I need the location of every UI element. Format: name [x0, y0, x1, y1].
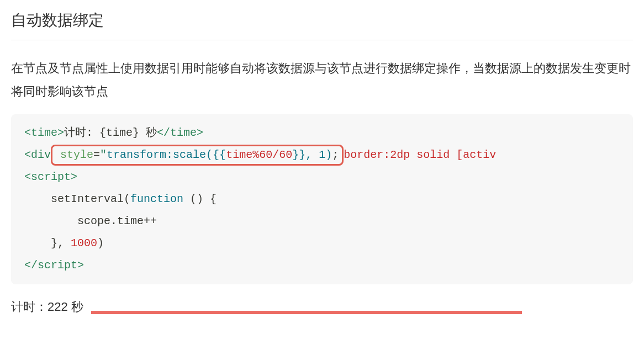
code-interval: 1000 [71, 237, 97, 250]
code-expr: time%60/60 [226, 149, 292, 161]
code-expr-close: }} [292, 149, 305, 161]
code-close-brace: }, [51, 237, 71, 250]
code-indent [24, 193, 51, 205]
timer-label: 计时：222 秒 [11, 299, 83, 315]
code-close-paren: ) [97, 237, 104, 250]
code-function-kw: function [130, 193, 183, 205]
section-description: 在节点及节点属性上使用数据引用时能够自动将该数据源与该节点进行数据绑定操作，当数… [11, 57, 633, 103]
section-title: 自动数据绑定 [11, 0, 633, 40]
highlighted-attribute: style="transform:scale({{time%60/60}}, 1… [51, 145, 344, 166]
code-fn-parens: () { [183, 193, 217, 205]
code-tag-close: </time> [157, 126, 203, 139]
code-body: scope.time++ [77, 215, 157, 227]
code-expr-open: {{ [213, 149, 226, 161]
code-indent [24, 237, 51, 250]
code-script-open: <script> [24, 171, 77, 183]
code-quote: " [100, 149, 107, 161]
code-tag-open: <time> [24, 126, 64, 139]
code-val: transform:scale( [107, 149, 213, 161]
code-border-decl: border:2dp solid [activ [344, 149, 496, 161]
code-val-after: , 1) [305, 149, 332, 161]
code-attr-style: style [60, 149, 93, 161]
code-eq: = [93, 149, 100, 161]
timer-progress-bar [91, 311, 522, 314]
code-call: setInterval( [51, 193, 130, 205]
code-script-close: </scr [24, 259, 57, 272]
code-text: 计时: {time} 秒 [64, 126, 157, 139]
code-space [54, 149, 60, 161]
live-output-row: 计时：222 秒 [11, 299, 633, 315]
code-semicolon: ; [332, 149, 339, 161]
code-script-close-2: ipt> [57, 259, 84, 272]
code-snippet: <time>计时: {time} 秒</time> <div style="tr… [11, 114, 633, 284]
code-indent [24, 215, 77, 227]
code-tag-div-open: <div [24, 149, 51, 161]
